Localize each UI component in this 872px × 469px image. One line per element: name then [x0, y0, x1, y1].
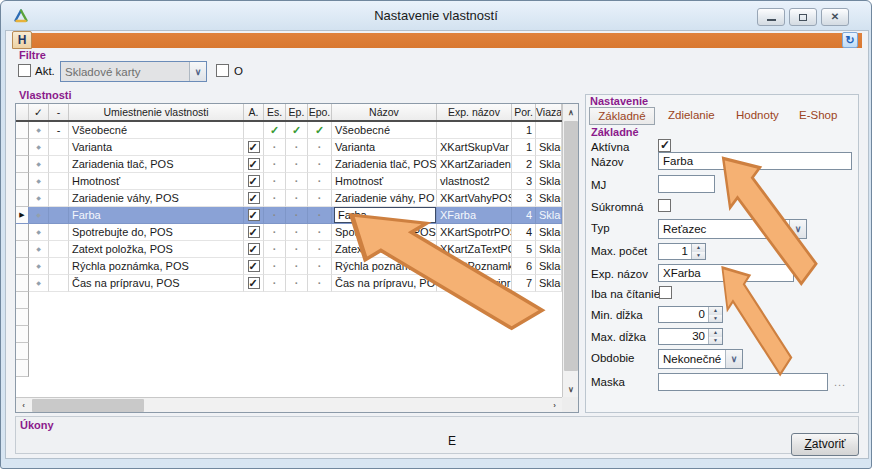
cell	[49, 224, 69, 241]
spin-up-icon[interactable]: ▲	[709, 329, 722, 337]
module-tab-h[interactable]: H	[12, 31, 32, 49]
inline-editor[interactable]: Farba	[334, 207, 436, 223]
row-active-checkbox[interactable]	[248, 141, 260, 153]
vertical-scrollbar-thumb[interactable]	[564, 121, 578, 371]
placement-cell: Rýchla poznámka, POS	[69, 258, 244, 275]
table-row[interactable]: ◆Spotrebujte do, POS···Spotrebujte do, P…	[16, 224, 578, 241]
dot-icon: ·	[295, 192, 299, 204]
horizontal-scrollbar-thumb[interactable]	[32, 399, 144, 412]
window-title: Nastavenie vlastností	[1, 8, 871, 23]
scroll-up-icon[interactable]: ∧	[563, 104, 579, 120]
chevron-down-icon[interactable]: ∨	[725, 350, 742, 368]
stepper-buttons[interactable]: ▲▼	[708, 307, 722, 322]
iba-na-citanie-checkbox[interactable]	[659, 286, 672, 299]
table-row[interactable]: ◆Varianta···VariantaXKartSkupVar1Sklado	[16, 139, 578, 156]
table-row[interactable]: ◆-Všeobecné✓✓✓Všeobecné1	[16, 122, 578, 139]
cell	[244, 173, 264, 190]
row-active-checkbox[interactable]	[248, 158, 260, 170]
tab-eshop[interactable]: E-Shop	[799, 109, 837, 121]
cell: ✓	[264, 122, 286, 139]
tab-zakladne[interactable]: Základné	[589, 107, 655, 125]
scrollbar-corner	[562, 397, 578, 412]
window-controls: ✕	[757, 8, 849, 26]
maska-more-icon[interactable]: ...	[834, 376, 846, 388]
aktivna-checkbox[interactable]	[658, 139, 671, 152]
spin-up-icon[interactable]: ▲	[692, 244, 705, 252]
chevron-down-icon[interactable]: ∨	[789, 220, 806, 238]
dialog-window: Nastavenie vlastností ✕ H ↻ Filtre Akt. …	[0, 0, 872, 469]
akt-checkbox[interactable]	[18, 64, 31, 77]
empty-row	[16, 360, 578, 377]
sukromna-checkbox[interactable]	[658, 199, 671, 212]
table-row[interactable]: ◆Rýchla poznámka, POS···Rýchla poznámka,…	[16, 258, 578, 275]
zatvorit-button[interactable]: Zatvoriť	[791, 433, 859, 456]
row-active-checkbox[interactable]	[248, 243, 260, 255]
title-bar[interactable]: Nastavenie vlastností ✕	[1, 1, 871, 30]
row-active-checkbox[interactable]	[248, 226, 260, 238]
maximize-button[interactable]	[789, 8, 817, 26]
spin-down-icon[interactable]: ▼	[709, 337, 722, 345]
column-header[interactable]: Exp. názov	[437, 104, 512, 120]
exp-nazov-field[interactable]	[658, 264, 794, 282]
column-header[interactable]: -	[49, 104, 69, 120]
row-active-checkbox[interactable]	[248, 260, 260, 272]
typ-combo[interactable]: Reťazec ∨	[658, 219, 807, 239]
column-header[interactable]: Umiestnenie vlastnosti	[69, 104, 244, 120]
row-active-checkbox[interactable]	[248, 175, 260, 187]
scroll-down-icon[interactable]: ∨	[563, 381, 579, 397]
tab-zdielanie[interactable]: Zdielanie	[668, 109, 715, 121]
row-marker-icon: ◆	[36, 280, 41, 286]
stepper-buttons[interactable]: ▲▼	[708, 329, 722, 344]
row-active-checkbox[interactable]	[248, 192, 260, 204]
max-pocet-stepper[interactable]: 1 ▲▼	[658, 243, 706, 260]
table-row[interactable]: ◆Čas na prípravu, POS···Čas na prípravu,…	[16, 275, 578, 292]
spin-down-icon[interactable]: ▼	[692, 252, 705, 260]
tab-hodnoty[interactable]: Hodnoty	[736, 109, 779, 121]
chevron-down-icon[interactable]: ∨	[189, 62, 206, 81]
minimize-button[interactable]	[757, 8, 785, 26]
stepper-buttons[interactable]: ▲▼	[691, 244, 705, 259]
row-active-checkbox[interactable]	[248, 209, 260, 221]
obdobie-combo[interactable]: Nekonečné ∨	[658, 349, 743, 369]
min-dlzka-stepper[interactable]: 0 ▲▼	[658, 306, 723, 323]
min-dlzka-value: 0	[659, 307, 708, 322]
table-row[interactable]: ◆Zatext položka, POS···Zatext položka, P…	[16, 241, 578, 258]
close-icon: ✕	[831, 12, 839, 22]
iba-na-citanie-label: Iba na čítanie	[591, 288, 660, 300]
por-cell: 2	[512, 156, 536, 173]
nazov-field[interactable]	[658, 152, 852, 170]
table-row[interactable]: ◆Zariadenie váhy, POS···Zariadenie váhy,…	[16, 190, 578, 207]
column-header[interactable]: A.	[244, 104, 264, 120]
table-row[interactable]: ▶◆Farba···FarbaXFarba4Sklado	[16, 207, 578, 224]
mj-field[interactable]	[658, 175, 715, 193]
dot-icon: ·	[295, 158, 299, 170]
empty-row	[16, 292, 578, 309]
table-row[interactable]: ◆Hmotnosť···Hmotnosťvlastnost23Sklado	[16, 173, 578, 190]
column-header[interactable]: Por.	[512, 104, 536, 120]
column-header[interactable]: Názov	[332, 104, 437, 120]
max-dlzka-stepper[interactable]: 30 ▲▼	[658, 328, 723, 345]
column-header[interactable]: Ep.	[286, 104, 308, 120]
scroll-left-icon[interactable]: ‹	[16, 398, 31, 412]
column-header[interactable]: Viazané	[536, 104, 562, 120]
vertical-scrollbar[interactable]: ∧ ∨	[562, 104, 578, 397]
close-button[interactable]: ✕	[821, 8, 849, 26]
sync-icon[interactable]: ↻	[842, 32, 858, 48]
maska-field[interactable]	[658, 373, 828, 391]
spin-down-icon[interactable]: ▼	[709, 315, 722, 323]
basic-section-label: Základné	[591, 126, 639, 138]
column-header[interactable]	[16, 104, 29, 120]
row-active-checkbox[interactable]	[248, 277, 260, 289]
o-checkbox[interactable]	[216, 64, 229, 77]
scroll-right-icon[interactable]: ›	[547, 398, 562, 412]
column-header[interactable]: Es.	[264, 104, 286, 120]
spin-up-icon[interactable]: ▲	[709, 307, 722, 315]
placement-cell: Zariadenia tlač, POS	[69, 156, 244, 173]
column-header[interactable]: Epo.	[308, 104, 332, 120]
exp-nazov-cell: vlastnost2	[437, 173, 512, 190]
horizontal-scrollbar[interactable]: ‹ ›	[16, 397, 562, 412]
table-row[interactable]: ◆Zariadenia tlač, POS···Zariadenia tlač,…	[16, 156, 578, 173]
row-indicator	[16, 139, 29, 156]
column-header[interactable]: ✓	[29, 104, 49, 120]
filter-combo[interactable]: Skladové karty ∨	[60, 61, 207, 82]
